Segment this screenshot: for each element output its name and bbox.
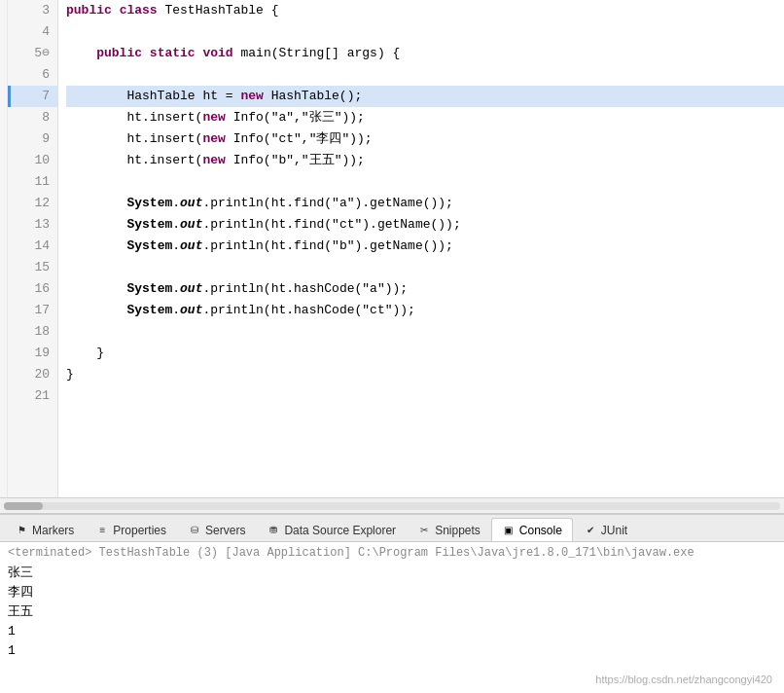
code-line-13: System.out.println(ht.find("ct").getName… <box>66 214 784 236</box>
line-number-17: 17 <box>8 300 57 321</box>
horizontal-scrollbar[interactable] <box>0 497 784 513</box>
line-number-21: 21 <box>8 385 57 407</box>
line-number-9: 9 <box>8 128 57 150</box>
tab-console[interactable]: ▣Console <box>491 518 573 541</box>
code-line-9: ht.insert(new Info("ct","李四")); <box>66 128 784 150</box>
code-line-12: System.out.println(ht.find("a").getName(… <box>66 193 784 214</box>
servers-tab-icon: ⛁ <box>188 524 201 537</box>
datasource-tab-label: Data Source Explorer <box>284 519 396 542</box>
console-output-line-3: 1 <box>8 622 776 641</box>
console-output-line-2: 王五 <box>8 602 776 622</box>
code-line-19: } <box>66 343 784 364</box>
code-line-16: System.out.println(ht.hashCode("a")); <box>66 278 784 300</box>
line-number-6: 6 <box>8 64 57 86</box>
line-number-18: 18 <box>8 321 57 343</box>
line-number-16: 16 <box>8 278 57 300</box>
code-line-18 <box>66 321 784 343</box>
line-number-15: 15 <box>8 257 57 278</box>
line-number-19: 19 <box>8 343 57 364</box>
line-number-7: 7 <box>8 86 57 107</box>
tab-datasource[interactable]: ⛃Data Source Explorer <box>256 518 407 541</box>
editor-area: 345⊖6789101112131415161718192021 public … <box>0 0 784 513</box>
servers-tab-label: Servers <box>205 519 245 542</box>
snippets-tab-label: Snippets <box>435 519 481 542</box>
code-line-10: ht.insert(new Info("b","王五")); <box>66 150 784 171</box>
code-line-17: System.out.println(ht.hashCode("ct")); <box>66 300 784 321</box>
tab-junit[interactable]: ✔JUnit <box>573 518 638 541</box>
code-container: 345⊖6789101112131415161718192021 public … <box>0 0 784 497</box>
code-line-11 <box>66 171 784 193</box>
console-tab-label: Console <box>519 519 562 542</box>
watermark: https://blog.csdn.net/zhangcongyi420 <box>595 674 772 685</box>
code-line-7: HashTable ht = new HashTable(); <box>66 86 784 107</box>
left-margin <box>0 0 8 497</box>
properties-tab-icon: ≡ <box>95 524 109 537</box>
console-tab-icon: ▣ <box>502 524 516 537</box>
junit-tab-label: JUnit <box>601 519 627 542</box>
line-number-11: 11 <box>8 171 57 193</box>
line-number-14: 14 <box>8 236 57 257</box>
tabs-bar: ⚑Markers≡Properties⛁Servers⛃Data Source … <box>0 515 784 542</box>
markers-tab-icon: ⚑ <box>15 524 28 537</box>
line-number-3: 3 <box>8 0 57 21</box>
tab-servers[interactable]: ⛁Servers <box>177 518 256 541</box>
tab-properties[interactable]: ≡Properties <box>85 518 177 541</box>
junit-tab-icon: ✔ <box>584 524 597 537</box>
code-line-14: System.out.println(ht.find("b").getName(… <box>66 236 784 257</box>
line-number-4: 4 <box>8 21 57 43</box>
console-terminated-line: <terminated> TestHashTable (3) [Java App… <box>8 546 776 560</box>
bottom-panel: ⚑Markers≡Properties⛁Servers⛃Data Source … <box>0 513 784 693</box>
line-number-10: 10 <box>8 150 57 171</box>
tab-markers[interactable]: ⚑Markers <box>4 518 85 541</box>
code-line-8: ht.insert(new Info("a","张三")); <box>66 107 784 128</box>
code-line-21 <box>66 385 784 407</box>
code-line-6 <box>66 64 784 86</box>
line-number-5◦: 5⊖ <box>8 43 57 64</box>
console-output: <terminated> TestHashTable (3) [Java App… <box>0 542 784 693</box>
line-number-8: 8 <box>8 107 57 128</box>
line-numbers: 345⊖6789101112131415161718192021 <box>8 0 58 497</box>
code-line-20: } <box>66 364 784 385</box>
datasource-tab-icon: ⛃ <box>267 524 280 537</box>
line-number-20: 20 <box>8 364 57 385</box>
tab-snippets[interactable]: ✂Snippets <box>407 518 491 541</box>
console-output-line-1: 李四 <box>8 583 776 602</box>
snippets-tab-icon: ✂ <box>417 524 431 537</box>
markers-tab-label: Markers <box>32 519 74 542</box>
code-line-4 <box>66 21 784 43</box>
scrollbar-track <box>4 502 780 510</box>
line-number-12: 12 <box>8 193 57 214</box>
code-line-5: public static void main(String[] args) { <box>66 43 784 64</box>
line-number-13: 13 <box>8 214 57 236</box>
bottom-panel-wrapper: <terminated> TestHashTable (3) [Java App… <box>0 542 784 693</box>
scrollbar-thumb[interactable] <box>4 502 43 510</box>
console-output-line-0: 张三 <box>8 564 776 583</box>
code-lines[interactable]: public class TestHashTable { public stat… <box>58 0 784 497</box>
code-line-3: public class TestHashTable { <box>66 0 784 21</box>
code-line-15 <box>66 257 784 278</box>
properties-tab-label: Properties <box>113 519 166 542</box>
console-output-line-4: 1 <box>8 641 776 661</box>
